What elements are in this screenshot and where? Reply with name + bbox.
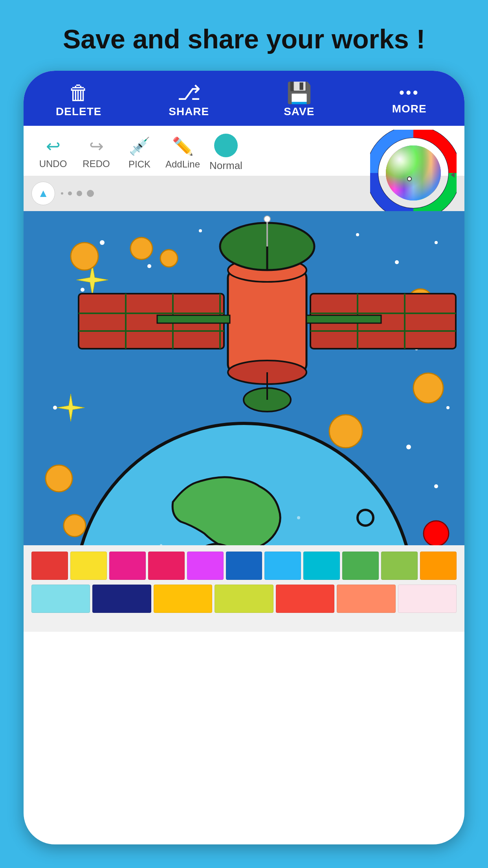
undo-icon: ↩ bbox=[46, 136, 61, 156]
color-swatch[interactable] bbox=[264, 552, 301, 580]
undo-tool[interactable]: ↩ UNDO bbox=[35, 136, 71, 169]
save-button[interactable]: 💾 SAVE bbox=[275, 83, 323, 118]
svg-point-20 bbox=[406, 445, 411, 449]
delete-label: DELETE bbox=[56, 105, 101, 118]
svg-point-8 bbox=[147, 264, 151, 268]
addline-tool[interactable]: ✏️ AddLine bbox=[165, 136, 200, 170]
delete-button[interactable]: 🗑 DELETE bbox=[55, 83, 102, 118]
color-swatch[interactable] bbox=[31, 552, 68, 580]
more-label: MORE bbox=[392, 103, 427, 115]
brush-dots bbox=[61, 190, 94, 197]
svg-point-29 bbox=[71, 243, 98, 270]
normal-tool[interactable]: Normal bbox=[208, 134, 244, 172]
share-button[interactable]: ⎇ SHARE bbox=[165, 83, 213, 118]
svg-point-4 bbox=[407, 177, 411, 181]
svg-point-18 bbox=[53, 406, 57, 410]
svg-point-7 bbox=[100, 240, 105, 245]
svg-point-21 bbox=[434, 484, 438, 488]
pick-label: PICK bbox=[128, 159, 150, 170]
color-swatch[interactable] bbox=[215, 585, 273, 613]
color-swatch[interactable] bbox=[303, 552, 340, 580]
share-label: SHARE bbox=[169, 105, 209, 118]
color-swatch[interactable] bbox=[420, 552, 457, 580]
svg-point-33 bbox=[413, 373, 443, 403]
svg-point-34 bbox=[329, 415, 362, 448]
more-icon: ••• bbox=[399, 85, 420, 100]
color-row-1 bbox=[24, 549, 464, 582]
brush-dot-4 bbox=[87, 190, 94, 197]
save-icon: 💾 bbox=[286, 83, 312, 103]
color-swatch[interactable] bbox=[154, 585, 212, 613]
svg-point-37 bbox=[424, 521, 449, 545]
svg-rect-53 bbox=[306, 315, 381, 323]
secondary-toolbar: ↩ UNDO ↪ REDO 💉 PICK ✏️ AddLine Normal bbox=[24, 126, 464, 176]
svg-point-19 bbox=[446, 406, 449, 409]
color-swatch[interactable] bbox=[398, 585, 457, 613]
pick-tool[interactable]: 💉 PICK bbox=[122, 136, 157, 170]
normal-label: Normal bbox=[209, 160, 242, 172]
svg-point-12 bbox=[395, 260, 399, 264]
brush-dot-2 bbox=[68, 191, 72, 195]
color-swatch[interactable] bbox=[31, 585, 90, 613]
brush-dot-1 bbox=[61, 192, 63, 195]
top-title: Save and share your works ! bbox=[0, 0, 488, 70]
svg-point-9 bbox=[199, 229, 202, 232]
toolbar: 🗑 DELETE ⎇ SHARE 💾 SAVE ••• MORE bbox=[24, 71, 464, 126]
svg-point-36 bbox=[64, 515, 86, 537]
color-swatch[interactable] bbox=[276, 585, 334, 613]
svg-point-3 bbox=[386, 145, 441, 200]
color-wheel-container[interactable] bbox=[370, 130, 457, 216]
svg-rect-52 bbox=[157, 315, 230, 323]
color-swatch[interactable] bbox=[109, 552, 146, 580]
addline-label: AddLine bbox=[165, 159, 200, 170]
redo-icon: ↪ bbox=[89, 136, 104, 156]
redo-tool[interactable]: ↪ REDO bbox=[79, 136, 114, 169]
svg-point-11 bbox=[356, 233, 359, 236]
color-swatch[interactable] bbox=[337, 585, 395, 613]
more-button[interactable]: ••• MORE bbox=[386, 85, 433, 115]
svg-point-61 bbox=[297, 516, 300, 519]
color-swatch[interactable] bbox=[226, 552, 262, 580]
redo-label: REDO bbox=[83, 158, 110, 169]
addline-icon: ✏️ bbox=[172, 136, 194, 156]
pick-icon: 💉 bbox=[129, 136, 150, 156]
svg-point-13 bbox=[435, 241, 438, 244]
color-row-2 bbox=[24, 582, 464, 615]
color-wheel-svg[interactable] bbox=[370, 130, 457, 216]
save-label: SAVE bbox=[284, 105, 314, 118]
color-swatch[interactable] bbox=[92, 585, 151, 613]
delete-icon: 🗑 bbox=[68, 83, 89, 103]
brush-dot-3 bbox=[77, 191, 82, 196]
svg-point-59 bbox=[264, 216, 270, 222]
brush-up-arrow[interactable]: ▲ bbox=[31, 182, 55, 205]
undo-label: UNDO bbox=[39, 158, 67, 169]
canvas-area[interactable] bbox=[24, 211, 464, 545]
palette-area bbox=[24, 545, 464, 632]
color-swatch[interactable] bbox=[70, 552, 107, 580]
svg-point-35 bbox=[46, 465, 72, 492]
svg-point-30 bbox=[130, 237, 152, 259]
svg-point-14 bbox=[81, 288, 84, 292]
phone-frame: 🗑 DELETE ⎇ SHARE 💾 SAVE ••• MORE ↩ UNDO … bbox=[24, 71, 464, 844]
svg-point-31 bbox=[160, 250, 178, 267]
color-swatch[interactable] bbox=[187, 552, 224, 580]
svg-rect-38 bbox=[228, 270, 306, 372]
share-icon: ⎇ bbox=[177, 83, 201, 103]
space-scene-svg bbox=[24, 211, 464, 545]
color-circle[interactable] bbox=[214, 134, 238, 157]
color-swatch[interactable] bbox=[148, 552, 185, 580]
color-swatch[interactable] bbox=[342, 552, 379, 580]
color-swatch[interactable] bbox=[381, 552, 418, 580]
